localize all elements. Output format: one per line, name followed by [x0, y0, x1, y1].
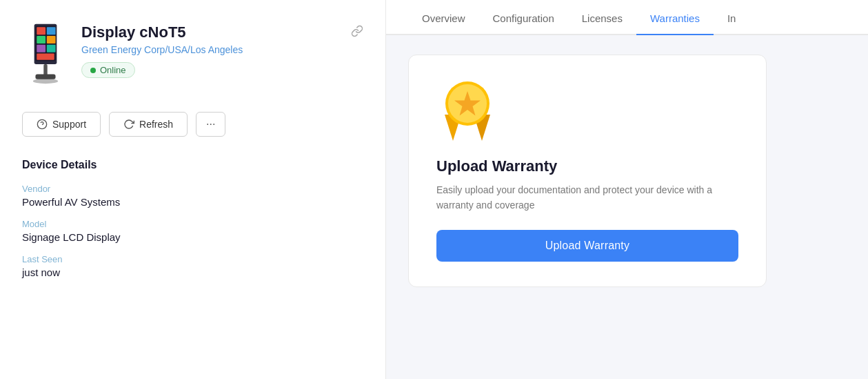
action-buttons: Support Refresh ··· [22, 112, 363, 137]
tab-licenses[interactable]: Licenses [568, 0, 636, 35]
support-label: Support [52, 119, 86, 130]
svg-rect-7 [47, 45, 56, 52]
refresh-label: Refresh [139, 119, 173, 130]
device-details-title: Device Details [22, 159, 363, 171]
vendor-label: Vendor [22, 184, 363, 194]
main-content: Upload Warranty Easily upload your docum… [386, 35, 868, 379]
device-image [22, 19, 69, 95]
device-header: Display cNoT5 Green Energy Corp/USA/Los … [22, 19, 363, 95]
last-seen-value: just now [22, 266, 363, 278]
svg-rect-8 [37, 54, 54, 60]
support-button[interactable]: Support [22, 112, 101, 137]
device-title: Display cNoT5 [81, 23, 339, 41]
model-group: Model Signage LCD Display [22, 219, 363, 243]
status-dot-icon [90, 68, 96, 73]
device-org-link[interactable]: Green Energy Corp/USA/Los Angeles [81, 44, 339, 55]
warranty-description: Easily upload your documentation and pro… [436, 182, 738, 213]
svg-rect-6 [37, 45, 46, 52]
svg-rect-9 [43, 64, 47, 75]
refresh-icon [123, 119, 134, 130]
link-icon[interactable] [351, 25, 363, 41]
support-icon [37, 119, 48, 130]
upload-warranty-button[interactable]: Upload Warranty [436, 230, 738, 262]
tab-more[interactable]: In [714, 0, 750, 35]
warranty-card: Upload Warranty Easily upload your docum… [408, 55, 767, 287]
status-badge: Online [81, 62, 135, 78]
warranty-title: Upload Warranty [436, 157, 557, 175]
svg-rect-3 [47, 27, 56, 35]
model-value: Signage LCD Display [22, 231, 363, 243]
status-label: Online [100, 65, 126, 75]
tabs-bar: Overview Configuration Licenses Warranti… [386, 0, 868, 35]
vendor-group: Vendor Powerful AV Systems [22, 184, 363, 208]
last-seen-group: Last Seen just now [22, 254, 363, 278]
right-panel: Overview Configuration Licenses Warranti… [386, 0, 868, 379]
model-label: Model [22, 219, 363, 229]
device-details-section: Device Details Vendor Powerful AV System… [22, 159, 363, 289]
tab-configuration[interactable]: Configuration [479, 0, 568, 35]
tab-overview[interactable]: Overview [408, 0, 479, 35]
device-info: Display cNoT5 Green Energy Corp/USA/Los … [81, 19, 339, 78]
svg-point-11 [33, 79, 58, 84]
last-seen-label: Last Seen [22, 254, 363, 264]
svg-rect-10 [35, 75, 55, 79]
svg-rect-2 [37, 27, 46, 35]
more-icon: ··· [206, 118, 215, 130]
refresh-button[interactable]: Refresh [109, 112, 188, 137]
device-thumbnail-icon [28, 23, 63, 92]
svg-rect-4 [37, 36, 46, 43]
warranty-medal-icon [436, 80, 498, 141]
left-panel: Display cNoT5 Green Energy Corp/USA/Los … [0, 0, 386, 379]
tab-warranties[interactable]: Warranties [636, 0, 714, 35]
warranty-icon-wrapper [436, 80, 498, 144]
svg-rect-5 [47, 36, 56, 43]
more-button[interactable]: ··· [196, 112, 225, 137]
vendor-value: Powerful AV Systems [22, 196, 363, 208]
